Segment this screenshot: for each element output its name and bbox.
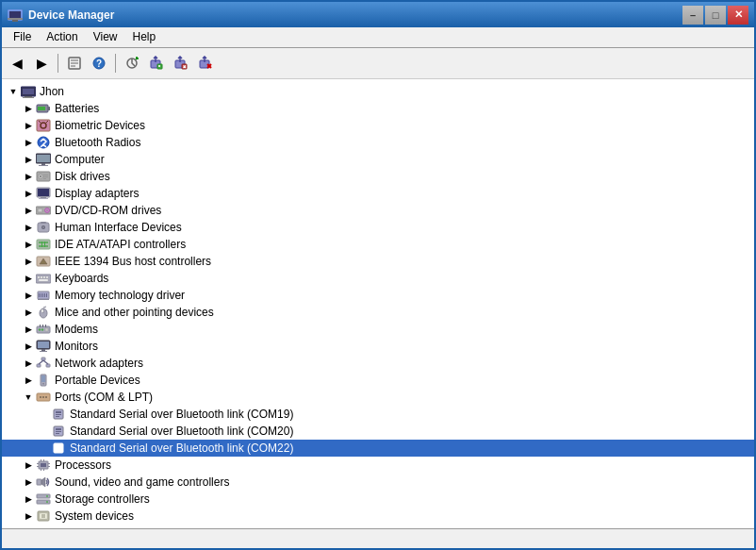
biometric-expand[interactable]: ▶	[21, 118, 36, 133]
system-label: System devices	[55, 509, 134, 523]
tree-item-port3[interactable]: Standard Serial over Bluetooth link (COM…	[2, 440, 754, 457]
tree-item-processors[interactable]: ▶ Processors	[2, 457, 754, 474]
ieee-expand[interactable]: ▶	[21, 254, 36, 269]
scan-button[interactable]	[121, 52, 143, 75]
tree-item-port1[interactable]: Standard Serial over Bluetooth link (COM…	[2, 406, 754, 423]
portable-expand[interactable]: ▶	[21, 373, 36, 388]
tree-item-display[interactable]: ▶ Display adapters	[2, 185, 754, 202]
hid-expand[interactable]: ▶	[21, 220, 36, 235]
svg-rect-80	[42, 325, 43, 327]
ieee-label: IEEE 1394 Bus host controllers	[55, 255, 211, 268]
tree-item-modems[interactable]: ▶ Modems	[2, 321, 754, 338]
menu-help[interactable]: Help	[125, 28, 164, 45]
batteries-icon	[36, 101, 51, 116]
svg-rect-114	[48, 463, 50, 464]
svg-rect-1	[9, 11, 21, 19]
svg-rect-53	[37, 240, 50, 249]
mice-label: Mice and other pointing devices	[55, 306, 214, 319]
tree-item-hid[interactable]: ▶ Human Interface Devices	[2, 219, 754, 236]
keyboard-expand[interactable]: ▶	[21, 271, 36, 286]
memory-expand[interactable]: ▶	[21, 288, 36, 303]
disk-expand[interactable]: ▶	[21, 169, 36, 184]
ports-expand[interactable]: ▼	[21, 390, 36, 405]
mice-expand[interactable]: ▶	[21, 305, 36, 320]
network-expand[interactable]: ▶	[21, 356, 36, 371]
tree-item-mice[interactable]: ▶ Mice and other pointing devices	[2, 304, 754, 321]
system-expand[interactable]: ▶	[21, 508, 36, 524]
tree-item-network[interactable]: ▶ Network adapters	[2, 355, 754, 372]
tree-item-port2[interactable]: Standard Serial over Bluetooth link (COM…	[2, 423, 754, 440]
minimize-button[interactable]: –	[682, 6, 703, 25]
ide-expand[interactable]: ▶	[21, 237, 36, 252]
tree-item-dvd[interactable]: ▶ DVD/CD-ROM drives	[2, 202, 754, 219]
svg-point-124	[46, 501, 48, 503]
svg-rect-92	[41, 375, 45, 382]
tree-item-system[interactable]: ▶ System devices	[2, 508, 754, 525]
tree-item-computer[interactable]: ▶ Computer	[2, 151, 754, 168]
tree-item-memory[interactable]: ▶ Memory technology driver	[2, 287, 754, 304]
svg-rect-93	[42, 383, 44, 385]
forward-button[interactable]: ▶	[30, 52, 53, 75]
dvd-expand[interactable]: ▶	[21, 203, 36, 218]
rollback-button[interactable]	[170, 52, 192, 75]
storage-expand[interactable]: ▶	[21, 492, 36, 507]
tree-root[interactable]: ▼ Jhon	[2, 83, 754, 100]
svg-line-74	[43, 307, 46, 308]
svg-rect-78	[45, 328, 48, 331]
svg-rect-101	[56, 416, 59, 417]
tree-item-keyboard[interactable]: ▶ Keyboards	[2, 270, 754, 287]
sound-expand[interactable]: ▶	[21, 475, 36, 490]
tree-item-sound[interactable]: ▶ Sound, video and game controllers	[2, 474, 754, 491]
computer-expand[interactable]: ▶	[21, 152, 36, 167]
svg-rect-86	[41, 358, 45, 360]
monitors-expand[interactable]: ▶	[21, 339, 36, 354]
biometric-icon	[36, 118, 51, 133]
tree-item-monitors[interactable]: ▶ Monitors	[2, 338, 754, 355]
menu-file[interactable]: File	[6, 28, 39, 45]
svg-rect-22	[23, 97, 34, 98]
svg-rect-39	[43, 176, 48, 177]
tree-item-portable[interactable]: ▶ Portable Devices	[2, 372, 754, 389]
svg-rect-38	[43, 175, 48, 175]
svg-point-123	[46, 495, 48, 497]
tree-item-biometric[interactable]: ▶ Biometric Devices	[2, 117, 754, 134]
svg-point-48	[46, 209, 48, 211]
svg-rect-33	[41, 163, 45, 165]
menu-view[interactable]: View	[86, 28, 125, 45]
close-button[interactable]: ✕	[728, 6, 748, 25]
svg-point-37	[40, 175, 41, 177]
uninstall-button[interactable]	[194, 52, 217, 75]
disk-label: Disk drives	[55, 170, 110, 183]
tree-item-bluetooth[interactable]: ▶ Bluetooth Radios	[2, 134, 754, 151]
tree-item-ports[interactable]: ▼ Ports (COM & LPT)	[2, 389, 754, 406]
title-icon	[8, 8, 23, 23]
modems-expand[interactable]: ▶	[21, 322, 36, 337]
menu-action[interactable]: Action	[39, 28, 85, 45]
svg-rect-111	[41, 463, 46, 467]
sound-label: Sound, video and game controllers	[55, 475, 229, 489]
tree-item-disk[interactable]: ▶ Disk drives	[2, 168, 754, 185]
svg-rect-73	[41, 309, 43, 312]
portable-label: Portable Devices	[55, 374, 140, 387]
svg-text:?: ?	[96, 58, 102, 69]
update-button[interactable]	[145, 52, 168, 75]
help-button[interactable]: ?	[88, 52, 110, 75]
properties-button[interactable]	[63, 52, 86, 75]
batteries-expand[interactable]: ▶	[21, 101, 36, 116]
tree-item-batteries[interactable]: ▶ Batteries	[2, 100, 754, 117]
bluetooth-icon	[36, 135, 51, 150]
bluetooth-expand[interactable]: ▶	[21, 135, 36, 150]
svg-line-90	[43, 360, 48, 364]
tree-item-ieee[interactable]: ▶ IEEE 1394 Bus host controllers	[2, 253, 754, 270]
display-expand[interactable]: ▶	[21, 186, 36, 201]
modems-icon	[36, 322, 51, 337]
processors-expand[interactable]: ▶	[21, 458, 36, 473]
maximize-button[interactable]: □	[705, 6, 726, 25]
root-expand[interactable]: ▼	[6, 84, 21, 99]
tree-item-storage[interactable]: ▶ Storage controllers	[2, 491, 754, 508]
biometric-label: Biometric Devices	[55, 119, 145, 132]
device-tree[interactable]: ▼ Jhon ▶	[2, 79, 754, 528]
tree-item-ide[interactable]: ▶ IDE ATA/ATAPI controllers	[2, 236, 754, 253]
back-button[interactable]: ◀	[6, 52, 28, 75]
svg-rect-50	[41, 222, 46, 224]
